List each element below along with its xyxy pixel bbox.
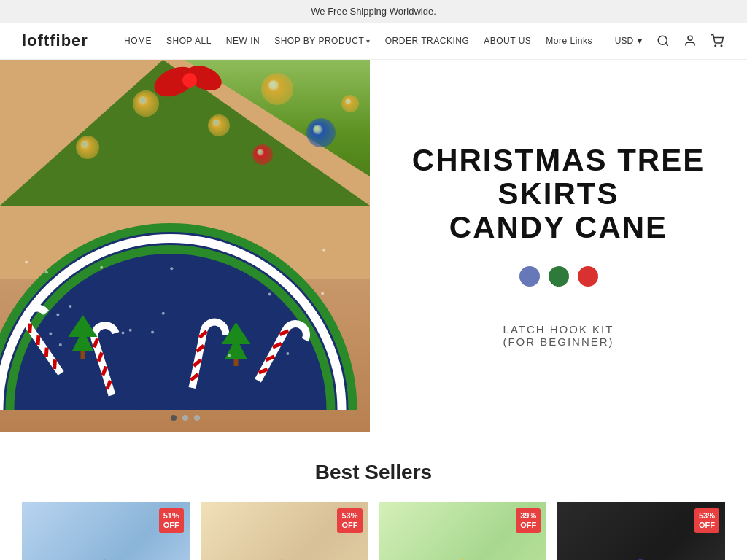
product-card-1[interactable]: 🐧 51% OFF [22,502,190,560]
discount-badge-1: 51% OFF [159,508,184,533]
search-button[interactable] [655,33,671,49]
nav-shop-all[interactable]: SHOP ALL [166,36,212,46]
currency-selector[interactable]: USD ▼ [615,36,644,46]
banner-text: We Free Shipping Worldwide. [311,6,436,17]
site-logo[interactable]: loftfiber [22,31,102,50]
hero-subtitle-line1: LATCH HOOK KIT [503,323,614,335]
best-sellers-section: Best Sellers 🐧 51% OFF 🎃 53% OFF 🎄 [0,432,747,560]
discount-badge-3: 39% OFF [516,508,541,533]
hero-image-container [0,60,370,432]
hero-section: CHRISTMAS TREE SKIRTS CANDY CANE LATCH H… [0,60,747,432]
slide-dots [171,415,200,421]
color-option-blue[interactable] [519,266,540,287]
hero-subtitle-line2: (FOR BEGINNER) [503,335,614,348]
cart-button[interactable] [709,33,725,49]
account-button[interactable] [682,33,698,49]
main-nav: HOME SHOP ALL NEW IN SHOP BY PRODUCT ▾ O… [124,36,615,46]
svg-point-0 [658,36,667,44]
color-options [519,266,598,287]
svg-point-2 [688,36,692,40]
best-sellers-title: Best Sellers [22,461,725,484]
svg-point-3 [715,45,716,47]
product-card-2[interactable]: 🎃 53% OFF [201,502,368,560]
hero-canvas [0,60,370,432]
nav-home[interactable]: HOME [124,36,152,46]
currency-dropdown-icon: ▼ [635,36,644,46]
slide-dot-1[interactable] [171,415,177,421]
search-icon [657,34,670,47]
hero-title: CHRISTMAS TREE SKIRTS CANDY CANE [399,144,718,245]
svg-line-1 [665,43,667,45]
hero-content: CHRISTMAS TREE SKIRTS CANDY CANE LATCH H… [370,60,747,432]
slide-dot-3[interactable] [194,415,200,421]
svg-point-4 [721,45,722,47]
cart-icon [711,34,724,47]
discount-badge-2: 53% OFF [337,508,362,533]
nav-shop-by-product[interactable]: SHOP BY PRODUCT ▾ [274,36,371,46]
color-option-green[interactable] [549,266,569,287]
color-option-red[interactable] [578,266,598,287]
announcement-banner: We Free Shipping Worldwide. [0,0,747,23]
discount-badge-4: 53% OFF [694,508,719,533]
site-header: loftfiber HOME SHOP ALL NEW IN SHOP BY P… [0,23,747,60]
shop-by-product-dropdown-icon: ▾ [366,37,371,45]
slide-dot-2[interactable] [182,415,188,421]
nav-about-us[interactable]: ABOUT US [484,36,531,46]
header-actions: USD ▼ [615,33,725,49]
product-card-4[interactable]: 🧙 53% OFF [557,502,725,560]
nav-new-in[interactable]: NEW IN [226,36,260,46]
account-icon [684,34,697,47]
products-grid: 🐧 51% OFF 🎃 53% OFF 🎄 39% OFF [22,502,725,560]
nav-more-links[interactable]: More Links [546,36,592,46]
nav-order-tracking[interactable]: ORDER TRACKING [385,36,469,46]
product-card-3[interactable]: 🎄 39% OFF [379,502,547,560]
